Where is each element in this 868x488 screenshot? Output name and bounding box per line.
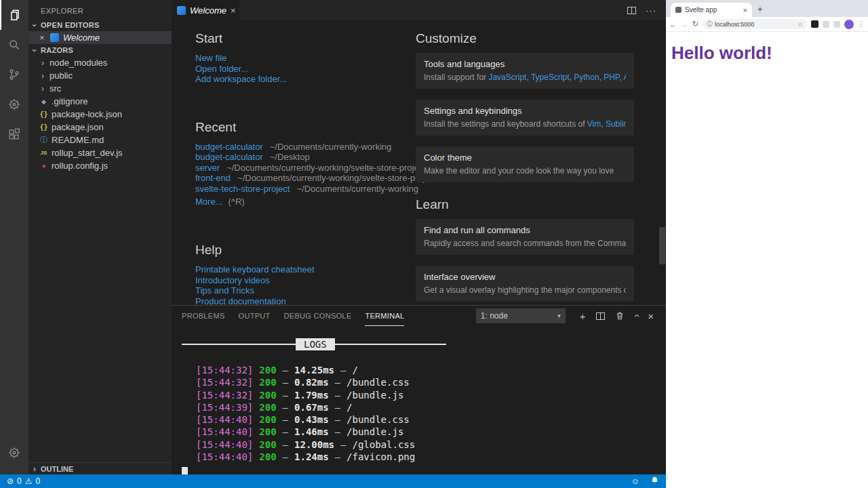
kill-terminal-icon[interactable]	[615, 311, 625, 321]
inline-link[interactable]: Sublime	[606, 119, 626, 129]
tree-item-rollup-config-js[interactable]: ● rollup.config.js	[28, 159, 172, 172]
warning-icon: ⚠	[25, 476, 33, 486]
recent-path: ~/Documents/currently-working	[296, 184, 418, 195]
tab-welcome[interactable]: Welcome ×	[172, 0, 239, 20]
address-bar[interactable]: ⓘ localhost:5000 ☆	[703, 19, 807, 29]
extensions-icon[interactable]	[0, 119, 28, 149]
outline-label: OUTLINE	[41, 465, 73, 473]
new-terminal-icon[interactable]: +	[580, 310, 586, 322]
close-panel-icon[interactable]: ×	[648, 310, 654, 322]
editor-group: Welcome × ··· Start New file Open folder…	[172, 0, 666, 474]
customize-card-settings-keybindings[interactable]: Settings and keybindings Install the set…	[416, 100, 634, 136]
error-icon: ⊘	[7, 476, 14, 486]
settings-gear-icon[interactable]	[0, 89, 28, 119]
recent-item: server ~/Documents/currently-working/sve…	[195, 163, 426, 174]
tree-item-label: src	[50, 83, 61, 94]
open-folder-link[interactable]: Open folder...	[195, 64, 426, 75]
help-intro-videos-link[interactable]: Introductory videos	[195, 275, 426, 286]
customize-card-color-theme[interactable]: Color theme Make the editor and your cod…	[416, 146, 634, 182]
help-product-docs-link[interactable]: Product documentation	[195, 296, 426, 306]
recent-link[interactable]: server	[195, 163, 220, 174]
editor-scrollbar[interactable]	[659, 227, 665, 264]
workspace-header-razors[interactable]: › RAZORS	[28, 44, 172, 56]
close-icon[interactable]: ×	[743, 6, 747, 14]
tree-item-package-lock-json[interactable]: {} package-lock.json	[28, 108, 172, 121]
extension-icon[interactable]	[823, 21, 829, 28]
tree-item-node-modules[interactable]: › node_modules	[28, 56, 172, 69]
new-file-link[interactable]: New file	[195, 53, 426, 64]
tree-item-public[interactable]: › public	[28, 69, 172, 82]
terminal-selector-value: 1: node	[481, 311, 508, 321]
terminal-instance-selector[interactable]: 1: node ▾	[476, 308, 566, 323]
recent-link[interactable]: front-end	[195, 173, 231, 184]
recent-link[interactable]: budget-calculator	[195, 142, 263, 152]
refresh-icon[interactable]: ↻	[692, 20, 698, 28]
source-control-icon[interactable]	[0, 60, 28, 89]
inline-link[interactable]: Azure	[623, 73, 626, 82]
extension-icon[interactable]	[811, 20, 818, 28]
browser-tab-svelte-app[interactable]: Svelte app ×	[671, 3, 752, 17]
add-workspace-folder-link[interactable]: Add workspace folder...	[195, 74, 426, 85]
tree-item-package-json[interactable]: {} package.json	[28, 121, 172, 134]
open-editor-welcome[interactable]: × Welcome	[28, 31, 172, 44]
recent-link[interactable]: budget-calculator	[195, 152, 263, 163]
more-actions-icon[interactable]: ···	[646, 5, 656, 16]
error-count: 0	[17, 476, 22, 486]
screen: EXPLORER › OPEN EDITORS × Welcome › RAZO…	[0, 0, 868, 488]
start-heading: Start	[195, 31, 426, 46]
tab-label: Welcome	[190, 5, 226, 16]
outline-section-header[interactable]: › OUTLINE	[28, 462, 172, 474]
inline-link[interactable]: Vim	[587, 119, 601, 129]
inline-link[interactable]: JavaScript	[488, 73, 526, 82]
inline-link[interactable]: Python	[574, 73, 599, 82]
tab-terminal[interactable]: TERMINAL	[365, 306, 404, 326]
forward-icon[interactable]: →	[681, 20, 688, 28]
bookmark-star-icon[interactable]: ☆	[797, 21, 803, 28]
recent-more-link[interactable]: More...	[195, 197, 222, 207]
inline-text: Get a visual overlay highlighting the ma…	[424, 285, 626, 295]
close-icon[interactable]: ×	[39, 33, 46, 43]
tree-item-src[interactable]: › src	[28, 82, 172, 95]
terminal-output[interactable]: LOGS [15:44:32]200—14.25ms—/ [15:44:32]2…	[172, 338, 666, 478]
help-keyboard-cheatsheet-link[interactable]: Printable keyboard cheatsheet	[195, 264, 426, 275]
card-description: Rapidly access and search commands from …	[424, 239, 626, 248]
vscode-window: EXPLORER › OPEN EDITORS × Welcome › RAZO…	[0, 0, 666, 488]
tab-output[interactable]: OUTPUT	[239, 306, 271, 326]
new-tab-button[interactable]: +	[757, 4, 763, 14]
split-editor-icon[interactable]	[627, 7, 636, 14]
notifications-bell-icon[interactable]	[650, 476, 659, 487]
log-line: [15:44:32]200—1.79ms—/bundle.js	[196, 389, 666, 401]
site-info-icon[interactable]: ⓘ	[707, 20, 712, 28]
profile-avatar[interactable]	[844, 20, 854, 29]
feedback-smiley-icon[interactable]: ☺	[631, 476, 639, 486]
customize-card-tools-languages[interactable]: Tools and languages Install support for …	[416, 53, 634, 89]
close-icon[interactable]: ×	[231, 5, 236, 16]
learn-card-find-commands[interactable]: Find and run all commands Rapidly access…	[416, 219, 634, 255]
help-tips-tricks-link[interactable]: Tips and Tricks	[195, 285, 426, 296]
card-description: Make the editor and your code look the w…	[424, 166, 626, 176]
learn-heading: Learn	[416, 197, 634, 212]
explorer-icon[interactable]	[0, 0, 28, 30]
tree-item-readme-md[interactable]: ⓘ README.md	[28, 134, 172, 146]
learn-card-interface-overview[interactable]: Interface overview Get a visual overlay …	[416, 266, 634, 302]
tree-item-rollup-start-dev-js[interactable]: JS rollup_start_dev.js	[28, 146, 172, 159]
open-editors-header[interactable]: › OPEN EDITORS	[28, 19, 172, 31]
maximize-panel-icon[interactable]: ›	[635, 310, 638, 321]
back-icon[interactable]: ←	[669, 20, 677, 28]
recent-link[interactable]: svelte-tech-store-project	[195, 184, 290, 195]
card-description: Install support for JavaScript, TypeScri…	[424, 73, 626, 82]
log-line: [15:44:40]200—0.43ms—/bundle.css	[196, 413, 666, 426]
manage-gear-icon[interactable]	[0, 438, 28, 468]
inline-link[interactable]: TypeScript	[531, 73, 570, 82]
inline-link[interactable]: PHP	[604, 73, 619, 82]
search-icon[interactable]	[0, 30, 28, 60]
problems-status-item[interactable]: ⊘ 0 ⚠ 0	[7, 476, 40, 486]
customize-heading: Customize	[416, 31, 634, 46]
chevron-right-icon: ›	[39, 58, 46, 68]
extension-icon[interactable]	[833, 21, 840, 28]
browser-menu-icon[interactable]: ⋮	[858, 20, 865, 28]
tab-problems[interactable]: PROBLEMS	[182, 306, 225, 326]
split-terminal-icon[interactable]	[596, 312, 605, 320]
tab-debug-console[interactable]: DEBUG CONSOLE	[284, 306, 352, 326]
tree-item-gitignore[interactable]: ◆ .gitignore	[28, 95, 172, 108]
